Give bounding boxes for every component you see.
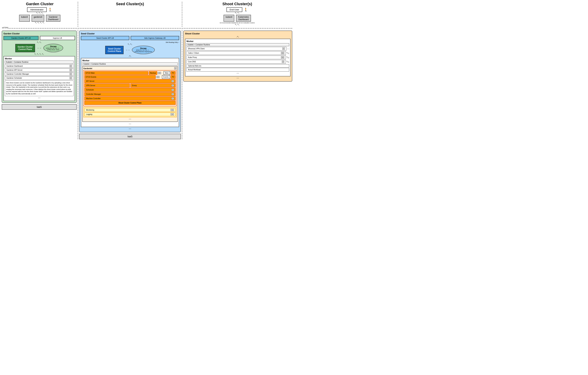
garden-controller-badge: D: [70, 73, 72, 75]
addons-comp: Optional Add-ons: [186, 64, 289, 67]
shoot-cp-label: Shoot Cluster Control Plane: [118, 102, 141, 104]
garden-controller-label: Gardener Controller Manager: [6, 73, 29, 75]
shoot-worker-section: Worker Kubelet + Container Runtime (Reve…: [185, 39, 291, 76]
gardenlet-badge: D: [174, 67, 177, 69]
garden-dashboard-comp: Gardener Dashboard D: [5, 64, 74, 68]
vpn-client-comp: (Reverse) VPN Client D: [186, 47, 286, 51]
garden-scheduler-label: Gardener Scheduler: [6, 77, 22, 79]
vpn-client-row: (Reverse) VPN Client D ○ ○: [186, 47, 289, 51]
seed-worker-dots: ⋯: [82, 123, 178, 125]
seed-api-badge: D: [171, 80, 174, 82]
seed-controller-badge: D: [171, 93, 174, 95]
conn-r7: R○: [43, 22, 45, 24]
eu-conn4: R○: [238, 24, 240, 26]
diagram-container: Garden Cluster Administrator 🚶 R○ R○ R○ …: [0, 0, 294, 188]
seed-storage: Storage [K8s] DS, RS, SS, J, ... [CRD] M…: [132, 46, 155, 54]
actual-workload-label: Actual Workload: [188, 69, 201, 71]
events-label-box: Events: [162, 75, 170, 79]
etcd-main-pv-label: Main: [164, 71, 170, 75]
etcd-main-ss: SS: [158, 72, 161, 74]
gardenctl-tool: gardenctl: [32, 15, 44, 22]
coredns-badge: D: [282, 61, 284, 63]
seed-cluster-dots: ⋯: [81, 128, 179, 130]
garden-cp-storage: Garden ClusterControl Plane ←→ Storage […: [3, 44, 75, 52]
admin-row: Administrator 🚶: [27, 7, 52, 12]
vpn-server-comp: VPN Server: [84, 84, 130, 87]
garden-scheduler-comp: Gardener Scheduler D: [5, 76, 74, 80]
coredns-row: Core DNS D R○: [186, 60, 289, 64]
gardenlet-header: Gardenlet D: [83, 67, 177, 69]
machine-controller-badge: D: [171, 97, 174, 100]
etcd-main-label: ETCD Main: [86, 72, 95, 74]
eu-conn2: R○: [238, 12, 240, 14]
vpn-connectors: ○ ○: [287, 48, 289, 50]
eu-conn3: R○: [235, 24, 237, 26]
gardenlet-container: Gardenlet D ETCD Main Backup: [82, 66, 178, 122]
garden-dashboard-badge: D: [70, 65, 72, 67]
seed-controller-comp: Controller Manager D: [84, 92, 176, 96]
conn-r5: R○: [38, 22, 40, 24]
seed-api-label: API Server: [86, 80, 94, 82]
monitoring-badge: SS: [171, 109, 174, 111]
seed-cp-conn: R○ R○: [81, 43, 179, 45]
calico-label: Calico / Cilium: [188, 52, 199, 54]
enduser-box: End-User: [227, 7, 242, 12]
garden-cp-arrow: ←→: [37, 47, 41, 49]
seed-cp-box: Seed ClusterControl Plane: [105, 46, 124, 54]
shoot-worker-dots: ⋯: [186, 72, 289, 75]
envoy-badge: D: [171, 84, 174, 87]
orange-section: ETCD Main Backup SS Main PV: [83, 70, 177, 106]
seed-kubelet-bar: Kubelet + Container Runtime: [82, 63, 178, 65]
admin-area: Administrator 🚶 R○ R○ R○ kubectl gardenc…: [19, 7, 60, 24]
seed-title-col: Seed Cluster(s): [78, 2, 182, 27]
admin-conn2: R○ R○ R○ R○: [35, 22, 44, 24]
envoy-label: Envoy: [132, 85, 137, 86]
machine-controller-comp: Machine Controller D: [84, 96, 176, 100]
conn-r1: R○: [36, 12, 38, 14]
logging-comp: Logging SS: [84, 112, 176, 116]
seed-worker-label: Worker: [82, 59, 178, 62]
yellow-section: Monitoring SS Logging SS: [83, 107, 177, 117]
seed-istio-lb: Istio Ingress Gateway LB: [131, 36, 179, 40]
seed-worker-conn: ↑R○: [81, 55, 179, 57]
https-label: HTTPS: [2, 27, 9, 29]
garden-scheduler-badge: D: [70, 77, 72, 79]
etcd-events-row: ETCD Events SS Events PV: [84, 75, 176, 79]
admin-box: Administrator: [27, 7, 47, 12]
garden-worker-section: Worker Kubelet + Container Runtime Garde…: [3, 56, 75, 101]
garden-cp-conn: R○ R○: [3, 42, 75, 43]
seed-api-lb: Seed Cluster API LB: [81, 36, 129, 40]
seed-lb-row: Seed Cluster API LB Istio Ingress Gatewa…: [81, 36, 179, 40]
seed-cluster-label: Seed Cluster: [81, 32, 179, 35]
seed-scheduler-badge: D: [171, 89, 174, 91]
vpn-client-badge: D: [282, 48, 285, 50]
logging-badge: SS: [171, 113, 174, 116]
garden-ingress-lb: Ingress LB: [40, 36, 75, 40]
enduser-conn2: R○ R○: [235, 24, 240, 26]
eu-conn1: R○: [235, 12, 237, 14]
shoot-cluster-dots: ⋯: [185, 77, 291, 79]
seed-inner-dots: ⋯: [83, 118, 177, 120]
envoy-comp: Envoy D: [130, 84, 176, 87]
enduser-figure: 🚶: [244, 8, 248, 12]
calico-row: Calico / Cilium DS R○: [186, 51, 289, 55]
kube-proxy-badge: DS: [281, 56, 284, 58]
conn-r3: R○: [41, 12, 43, 14]
shoot-tools-row: kubectl KubernetesDashboard: [223, 15, 251, 22]
garden-note-box: New shoot clusters can be created via th…: [5, 81, 74, 96]
shoot-cluster-label: Shoot Cluster: [185, 32, 291, 35]
garden-dashboard-label: Gardener Dashboard: [6, 65, 23, 67]
events-pv: PV: [171, 75, 176, 79]
garden-note-text: New shoot clusters can be created via th…: [6, 82, 72, 95]
garden-api-label: Gardener API Server: [6, 69, 22, 71]
gardenlet-label: Gardenlet: [83, 67, 92, 69]
shoot-kubelet-bar: Kubelet + Container Runtime: [186, 43, 289, 46]
garden-worker-conn: R○ R○ R○ R○: [3, 53, 75, 55]
calico-badge: DS: [281, 52, 284, 54]
garden-api-lb: Garden Cluster API LB: [3, 36, 39, 40]
seed-api-server-comp: API Server D: [84, 79, 176, 83]
etcd-main-pv: PV: [171, 71, 176, 75]
conn-r4: R○: [35, 22, 37, 24]
kube-proxy-comp: Kube Proxy DS: [186, 55, 286, 59]
garden-storage: Storage [K8s] DS, RS, SS, J, ... [CRD] S…: [43, 44, 63, 52]
